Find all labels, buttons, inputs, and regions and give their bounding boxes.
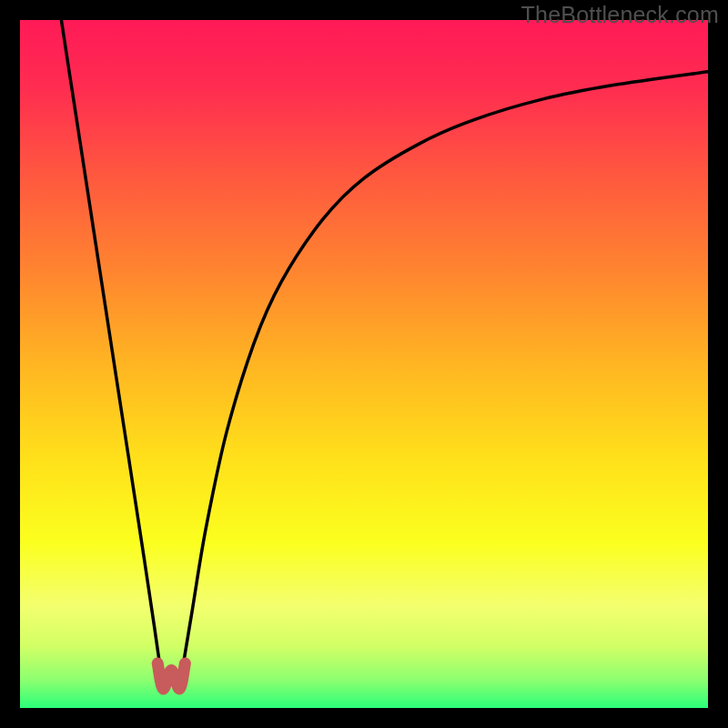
plot-area	[20, 20, 708, 708]
watermark-text: TheBottleneck.com	[521, 2, 719, 28]
gradient-background	[20, 20, 708, 708]
chart-frame: TheBottleneck.com	[0, 0, 728, 728]
dip-marker	[157, 663, 185, 689]
bottleneck-curve-chart	[20, 20, 708, 708]
